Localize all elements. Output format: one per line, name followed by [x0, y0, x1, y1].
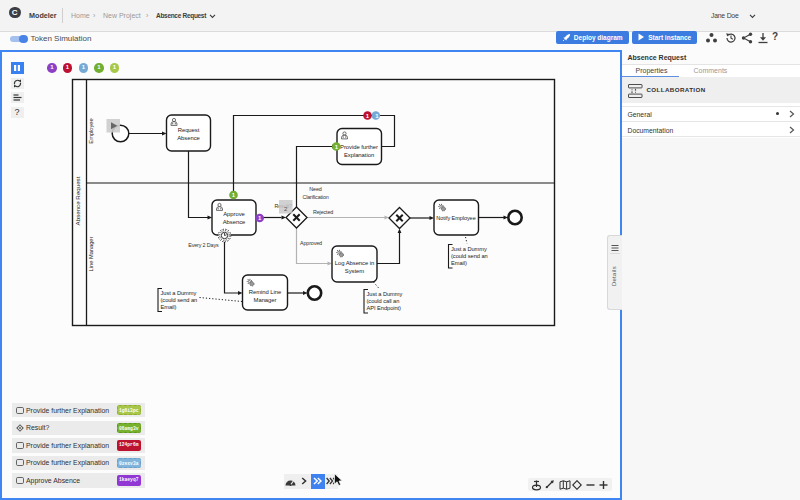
svg-text:Just a Dummy: Just a Dummy — [161, 290, 197, 296]
svg-text:System: System — [345, 268, 364, 274]
svg-text:Provide further: Provide further — [340, 144, 378, 150]
svg-text:Clarification: Clarification — [302, 194, 328, 200]
svg-text:Rejected: Rejected — [313, 209, 333, 215]
svg-text:Approved: Approved — [300, 240, 322, 246]
svg-text:Just a Dummy: Just a Dummy — [367, 291, 403, 297]
svg-text:Log Absence in: Log Absence in — [335, 260, 375, 266]
svg-text:Absence: Absence — [223, 219, 246, 225]
svg-text:Request: Request — [178, 127, 200, 133]
svg-text:Need: Need — [309, 186, 321, 192]
svg-text:Email): Email) — [451, 260, 467, 266]
svg-text:Absence: Absence — [177, 135, 200, 141]
svg-text:Line Manager: Line Manager — [88, 237, 94, 272]
svg-text:Just a Dummy: Just a Dummy — [451, 246, 487, 252]
svg-text:Explanation: Explanation — [344, 152, 374, 158]
svg-text:Absence Request: Absence Request — [74, 176, 81, 225]
svg-text:(could send an: (could send an — [451, 253, 488, 259]
svg-text:API Endpoint): API Endpoint) — [367, 305, 402, 311]
svg-text:Notify Employee: Notify Employee — [436, 215, 475, 221]
svg-text:(could call an: (could call an — [367, 298, 400, 304]
svg-text:Manager: Manager — [254, 297, 277, 303]
svg-text:Remind Line: Remind Line — [249, 289, 282, 295]
svg-text:(could send an: (could send an — [161, 297, 198, 303]
svg-text:Employee: Employee — [88, 118, 94, 143]
svg-text:Every 2 Days: Every 2 Days — [188, 242, 219, 248]
svg-text:Approve: Approve — [223, 211, 245, 217]
svg-text:Email): Email) — [161, 304, 177, 310]
